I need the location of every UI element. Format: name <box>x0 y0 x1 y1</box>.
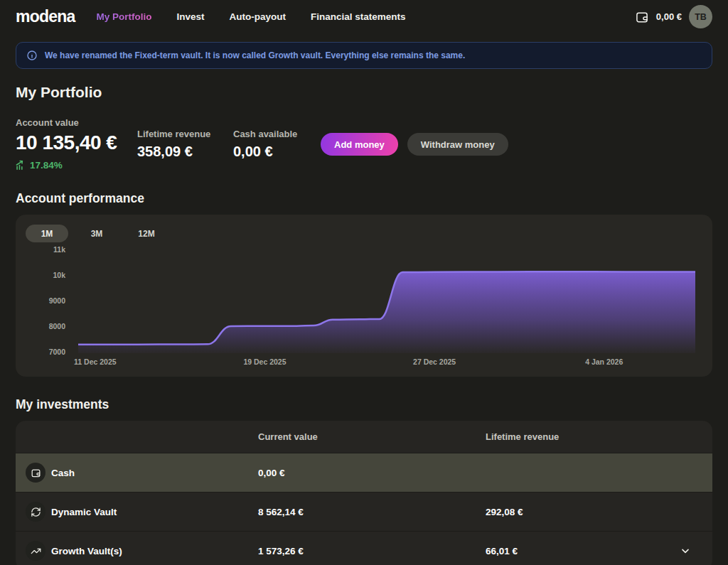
nav-item-financial-statements[interactable]: Financial statements <box>311 11 406 22</box>
investment-lifetime-revenue: 292,08 € <box>486 507 523 517</box>
investment-name: Dynamic Vault <box>51 507 117 517</box>
account-value: 10 135,40 € <box>16 131 137 154</box>
performance-chart-card: 1M 3M 12M 11k10k900080007000 11 Dec 2025… <box>16 215 712 377</box>
investments-table-header: Current value Lifetime revenue <box>16 421 712 453</box>
investment-lifetime-revenue: 66,01 € <box>486 546 518 556</box>
withdraw-money-button[interactable]: Withdraw money <box>407 133 508 156</box>
banner-message: We have renamed the Fixed-term vault. It… <box>45 50 465 60</box>
y-tick-label: 9000 <box>23 296 65 305</box>
wallet-balance: 0,00 € <box>656 11 682 22</box>
table-row-cash[interactable]: Cash 0,00 € <box>16 453 712 492</box>
range-tab-1m[interactable]: 1M <box>26 225 68 242</box>
chevron-down-icon[interactable] <box>680 545 691 556</box>
top-navigation: modena My Portfolio Invest Auto-payout F… <box>0 0 728 33</box>
range-tab-12m[interactable]: 12M <box>125 225 168 242</box>
lifetime-revenue-label: Lifetime revenue <box>137 129 233 139</box>
chart-area-fill <box>78 271 695 353</box>
investments-section-title: My investments <box>16 397 712 412</box>
nav-item-invest[interactable]: Invest <box>176 11 204 22</box>
range-tab-3m[interactable]: 3M <box>75 225 118 242</box>
page-title: My Portfolio <box>16 84 712 101</box>
investment-current-value: 8 562,14 € <box>258 507 304 517</box>
nav-item-my-portfolio[interactable]: My Portfolio <box>96 11 151 22</box>
growth-chart-icon <box>16 160 26 171</box>
trend-up-icon <box>26 541 46 561</box>
lifetime-revenue-block: Lifetime revenue 358,09 € <box>137 129 233 160</box>
investment-current-value: 1 573,26 € <box>258 546 304 556</box>
x-tick-label: 19 Dec 2025 <box>243 357 286 366</box>
brand-logo: modena <box>16 7 75 26</box>
range-tabs: 1M 3M 12M <box>26 225 168 242</box>
refresh-icon <box>26 502 46 522</box>
avatar[interactable]: TB <box>689 5 712 28</box>
x-tick-label: 11 Dec 2025 <box>74 357 117 366</box>
account-value-block: Account value 10 135,40 € 17.84% <box>16 117 137 171</box>
portfolio-stats: Account value 10 135,40 € 17.84% Lifetim… <box>16 117 712 171</box>
portfolio-actions: Add money Withdraw money <box>321 133 508 156</box>
wallet-icon <box>635 10 649 24</box>
cash-available-block: Cash available 0,00 € <box>233 129 321 160</box>
y-tick-label: 8000 <box>23 322 65 330</box>
performance-section-title: Account performance <box>16 191 712 206</box>
x-tick-label: 27 Dec 2025 <box>413 357 456 366</box>
y-tick-label: 11k <box>23 245 65 254</box>
y-tick-label: 10k <box>23 271 65 279</box>
performance-area-chart <box>78 247 695 353</box>
lifetime-revenue-value: 358,09 € <box>137 144 233 160</box>
cash-available-label: Cash available <box>233 129 321 139</box>
wallet-icon <box>26 463 46 483</box>
info-icon <box>26 50 38 61</box>
table-row-growth-vaults[interactable]: Growth Vault(s) 1 573,26 € 66,01 € <box>16 531 712 565</box>
add-money-button[interactable]: Add money <box>321 133 398 156</box>
x-tick-label: 4 Jan 2026 <box>585 357 623 366</box>
nav-item-auto-payout[interactable]: Auto-payout <box>229 11 285 22</box>
column-header-lifetime-revenue: Lifetime revenue <box>486 421 559 453</box>
y-tick-label: 7000 <box>23 348 65 356</box>
cash-available-value: 0,00 € <box>233 144 321 160</box>
investment-name: Cash <box>51 468 75 478</box>
info-banner: We have renamed the Fixed-term vault. It… <box>16 42 712 69</box>
investment-current-value: 0,00 € <box>258 468 285 478</box>
investments-table: Current value Lifetime revenue Cash 0,00… <box>16 421 712 565</box>
growth-badge: 17.84% <box>16 160 137 171</box>
investment-name: Growth Vault(s) <box>51 546 122 556</box>
table-row-dynamic-vault[interactable]: Dynamic Vault 8 562,14 € 292,08 € <box>16 492 712 531</box>
growth-percent: 17.84% <box>30 160 63 171</box>
nav-right-group: 0,00 € TB <box>635 5 712 28</box>
account-value-label: Account value <box>16 117 137 128</box>
column-header-current-value: Current value <box>258 421 318 453</box>
nav-menu: My Portfolio Invest Auto-payout Financia… <box>96 11 405 22</box>
